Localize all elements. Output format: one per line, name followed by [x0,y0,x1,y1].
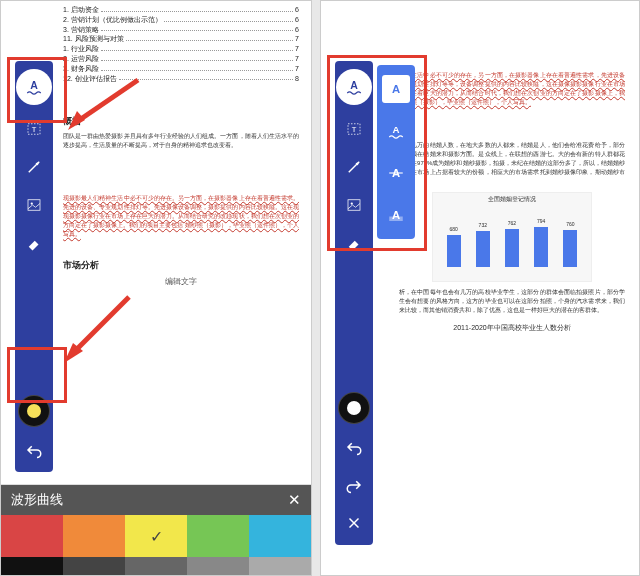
section-title-market: 市场分析 [63,259,299,272]
style-strike[interactable]: A [382,159,410,187]
swatch-gray3[interactable] [187,557,249,575]
section-title-overview: 概括 [63,115,299,128]
a-strike-icon: A [387,164,405,182]
bar-2: 732 [476,231,490,267]
arrow-icon [345,158,363,176]
annotation-toolbar: A T [15,61,53,472]
close-icon [345,514,363,532]
swatch-black[interactable] [1,557,63,575]
picker-title: 波形曲线 [11,491,63,509]
wavy-underline-tool[interactable]: A [16,69,52,105]
color-indicator[interactable] [339,393,369,423]
picker-header: 波形曲线 ✕ [1,485,311,515]
swatch-gray1[interactable] [63,557,125,575]
right-screenshot: 摄影生活中必不可少的存在，另一方面，在摄影器像上存在着普遍性需求，先进设备专业规… [320,0,640,576]
para-right-2: 会有几万的结婚人数，在地大多数的人都来，结婚是人，他们会给准花费给予，部分的金额… [399,141,625,186]
arrow-tool[interactable] [340,153,368,181]
picker-close-button[interactable]: ✕ [288,491,301,509]
para-right-3: 析，在中国每年也会有几万的高校毕业学生，这部分的群体会面临拍摄照片，部分学生会有… [399,288,625,315]
redo-icon [345,476,363,494]
undo-icon [25,441,43,459]
eraser-tool[interactable] [20,229,48,257]
a-wavy-icon: A [387,122,405,140]
svg-text:T: T [352,125,357,134]
arrow-icon [25,158,43,176]
toc-line-3: 3. 营销策略6 [63,25,299,35]
swatch-yellow[interactable]: ✓ [125,515,187,557]
toc-line-5: 1. 行业风险7 [63,44,299,54]
eraser-icon [345,234,363,252]
undo-icon [345,438,363,456]
bar-5: 760 [563,230,577,267]
image-tool[interactable] [20,191,48,219]
color-indicator[interactable] [19,396,49,426]
toc-line-6: 2. 运营风险7 [63,54,299,64]
annotation-toolbar-right: A T [335,61,373,545]
textbox-tool[interactable]: T [20,115,48,143]
color-picker-panel: 波形曲线 ✕ ✓ [1,484,311,575]
swatch-green[interactable] [187,515,249,557]
para-highlighted-right: 摄影生活中必不可少的存在，另一方面，在摄影器像上存在着普遍性需求，先进设备专业规… [399,71,625,107]
svg-text:T: T [32,125,37,134]
svg-text:A: A [392,83,400,95]
svg-text:A: A [350,79,358,91]
swatch-gray2[interactable] [125,557,187,575]
swatch-row-2 [1,557,311,575]
image-icon [25,196,43,214]
a-plain-icon: A [387,80,405,98]
a-wavy-icon: A [345,78,363,96]
left-screenshot: 1. 启动资金6 2. 营销计划（优比例做出示范）6 3. 营销策略6 11. … [0,0,312,576]
bar-3: 762 [505,229,519,267]
textbox-icon: T [25,120,43,138]
para-overview: 团队是一群由热爱摄影并且具有多年行业经验的人们组成。一方面，随着人们生活水平的逐… [63,132,299,150]
swatch-blue[interactable] [249,515,311,557]
bar-4: 794 [534,227,548,267]
style-plain[interactable]: A [382,75,410,103]
svg-point-17 [351,202,353,204]
bar-1: 680 [447,235,461,267]
svg-text:A: A [392,124,399,135]
undo-button[interactable] [340,433,368,461]
bar-chart: 全国婚姻登记情况 680 732 762 794 760 [432,192,592,282]
swatch-row-1: ✓ [1,515,311,557]
swatch-red[interactable] [1,515,63,557]
style-highlight[interactable]: A [382,201,410,229]
swatch-orange[interactable] [63,515,125,557]
toc-line-2: 2. 营销计划（优比例做出示范）6 [63,15,299,25]
toc-line-1: 1. 启动资金6 [63,5,299,15]
textbox-tool[interactable]: T [340,115,368,143]
a-wavy-icon: A [25,78,43,96]
eraser-tool[interactable] [340,229,368,257]
eraser-icon [25,234,43,252]
close-toolbar-button[interactable] [340,509,368,537]
textbox-icon: T [345,120,363,138]
footer-label: 编辑文字 [63,276,299,287]
swatch-gray4[interactable] [249,557,311,575]
style-submenu: A A A A [377,65,415,239]
chart-title: 全国婚姻登记情况 [433,195,591,203]
image-icon [345,196,363,214]
a-highlight-icon: A [387,206,405,224]
bottom-chart-title: 2011-2020年中国高校毕业生人数分析 [399,323,625,333]
arrow-tool[interactable] [20,153,48,181]
svg-text:A: A [392,209,400,221]
toc-line-7: 3. 财务风险7 [63,64,299,74]
check-icon: ✓ [150,527,163,546]
svg-point-6 [31,202,33,204]
svg-text:A: A [30,79,38,91]
style-wavy[interactable]: A [382,117,410,145]
wavy-underline-tool[interactable]: A [336,69,372,105]
toc-line-4: 11. 风险预测与对策7 [63,34,299,44]
image-tool[interactable] [340,191,368,219]
redo-button[interactable] [340,471,368,499]
para-highlighted: 现摄影最人们精神生活中必不可少的存在。另一方面，在摄影器像上存在着普遍性需求。先… [63,194,299,239]
undo-button[interactable] [20,436,48,464]
toc-line-8: 12. 创业评估报告8 [63,74,299,84]
